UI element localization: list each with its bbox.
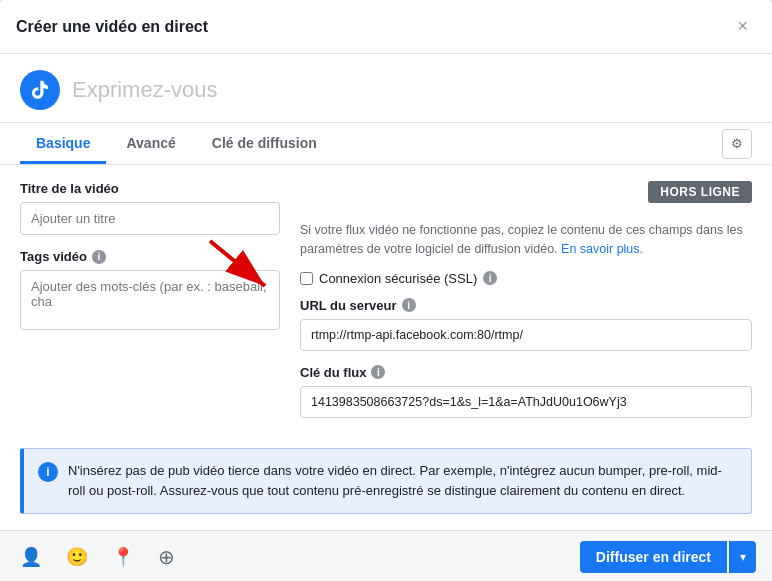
title-input[interactable] — [20, 202, 280, 235]
info-banner: i N'insérez pas de pub vidéo tierce dans… — [20, 448, 752, 514]
info-text: Si votre flux vidéo ne fonctionne pas, c… — [300, 221, 752, 259]
info-link[interactable]: En savoir plus. — [561, 242, 643, 256]
server-url-input[interactable] — [300, 319, 752, 351]
title-field-group: Titre de la vidéo — [20, 181, 280, 235]
brand-name: Exprimez-vous — [72, 77, 217, 103]
ssl-checkbox[interactable] — [300, 272, 313, 285]
title-label: Titre de la vidéo — [20, 181, 280, 196]
status-badge: HORS LIGNE — [648, 181, 752, 203]
ssl-info-icon[interactable]: i — [483, 271, 497, 285]
stream-key-group: Clé du flux i — [300, 365, 752, 418]
info-banner-icon: i — [38, 462, 58, 482]
server-url-label: URL du serveur — [300, 298, 397, 313]
emoji-icon-button[interactable]: 🙂 — [62, 542, 92, 572]
broadcast-dropdown-button[interactable]: ▾ — [729, 541, 756, 573]
stream-key-label: Clé du flux — [300, 365, 366, 380]
tags-info-icon[interactable]: i — [92, 250, 106, 264]
person-icon: 👤 — [20, 546, 42, 568]
right-panel: HORS LIGNE Si votre flux vidéo ne foncti… — [300, 181, 752, 432]
left-panel: Titre de la vidéo Tags vidéo i — [20, 181, 280, 432]
tabs-row: Basique Avancé Clé de diffusion ⚙ — [0, 123, 772, 165]
footer-right: Diffuser en direct ▾ — [580, 541, 756, 573]
location-icon-button[interactable]: 📍 — [108, 542, 138, 572]
settings-button[interactable]: ⚙ — [722, 129, 752, 159]
server-url-label-row: URL du serveur i — [300, 298, 752, 313]
tab-avance[interactable]: Avancé — [110, 123, 191, 164]
brand-icon — [20, 70, 60, 110]
settings-icon: ⚙ — [731, 136, 743, 151]
location-icon: 📍 — [112, 546, 134, 568]
modal-title: Créer une vidéo en direct — [16, 18, 208, 36]
modal-header: Créer une vidéo en direct × — [0, 0, 772, 54]
tab-cle-diffusion[interactable]: Clé de diffusion — [196, 123, 333, 164]
server-url-group: URL du serveur i — [300, 298, 752, 351]
brand-area: Exprimez-vous — [0, 54, 772, 123]
activity-icon-button[interactable]: ⊕ — [154, 541, 179, 573]
stream-key-input[interactable] — [300, 386, 752, 418]
modal-footer: 👤 🙂 📍 ⊕ Diffuser en direct ▾ — [0, 530, 772, 581]
server-url-info-icon[interactable]: i — [402, 298, 416, 312]
close-button[interactable]: × — [729, 12, 756, 41]
tags-label-row: Tags vidéo i — [20, 249, 280, 264]
footer-icons: 👤 🙂 📍 ⊕ — [16, 541, 179, 573]
dropdown-arrow-icon: ▾ — [740, 550, 746, 564]
broadcast-button[interactable]: Diffuser en direct — [580, 541, 727, 573]
ssl-label: Connexion sécurisée (SSL) — [319, 271, 477, 286]
activity-icon: ⊕ — [158, 545, 175, 569]
modal-container: Créer une vidéo en direct × Exprimez-vou… — [0, 0, 772, 581]
stream-key-label-row: Clé du flux i — [300, 365, 752, 380]
ssl-row: Connexion sécurisée (SSL) i — [300, 271, 752, 286]
stream-key-info-icon[interactable]: i — [371, 365, 385, 379]
tags-field-group: Tags vidéo i — [20, 249, 280, 333]
content-area: Titre de la vidéo Tags vidéo i — [0, 165, 772, 448]
emoji-icon: 🙂 — [66, 546, 88, 568]
tab-basique[interactable]: Basique — [20, 123, 106, 164]
person-icon-button[interactable]: 👤 — [16, 542, 46, 572]
tags-input[interactable] — [20, 270, 280, 330]
info-banner-text: N'insérez pas de pub vidéo tierce dans v… — [68, 461, 737, 501]
brand-logo-svg — [29, 79, 51, 101]
tags-label: Tags vidéo — [20, 249, 87, 264]
